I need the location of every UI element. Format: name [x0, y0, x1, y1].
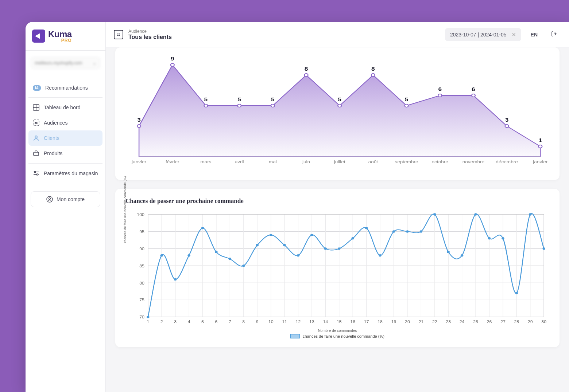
briefcase-icon	[33, 150, 39, 157]
x-axis-title: Nombre de commandes	[125, 329, 549, 333]
account-button-label: Mon compte	[57, 196, 85, 202]
breadcrumb: Audience Tous les clients	[128, 29, 172, 40]
svg-point-53	[538, 145, 542, 148]
svg-point-140	[270, 234, 272, 236]
grid-icon	[33, 104, 39, 111]
svg-point-147	[365, 227, 368, 229]
svg-point-148	[379, 254, 381, 256]
logout-button[interactable]	[547, 27, 561, 42]
content: 3janvier9février5mars5avril5mai8juin5jui…	[106, 47, 569, 392]
svg-point-159	[529, 213, 531, 215]
svg-text:janvier: janvier	[533, 160, 547, 164]
svg-point-15	[119, 33, 120, 34]
svg-point-150	[406, 230, 409, 232]
account-button[interactable]: Mon compte	[31, 191, 100, 207]
svg-point-44	[438, 94, 442, 97]
nav: IA Recommandations Tableau de bord Audie…	[26, 75, 105, 186]
svg-point-14	[117, 33, 119, 34]
sidebar-item-clients[interactable]: Clients	[28, 130, 102, 146]
svg-text:1: 1	[538, 138, 542, 143]
svg-text:9: 9	[256, 320, 259, 324]
svg-text:16: 16	[350, 320, 355, 324]
sidebar-item-recommendations[interactable]: IA Recommandations	[28, 81, 102, 95]
sidebar-item-label: Audiences	[44, 120, 67, 126]
svg-point-155	[474, 213, 477, 215]
logo-sub: PRO	[48, 38, 72, 43]
svg-point-143	[310, 234, 313, 236]
svg-point-4	[35, 122, 36, 123]
breadcrumb-value: Tous les clients	[128, 34, 172, 40]
date-range-picker[interactable]: 2023-10-07 | 2024-01-05 ✕	[445, 28, 521, 41]
svg-text:6: 6	[215, 320, 218, 324]
app-window: Kuma PRO meilleurs.myshopify.com ⌄ IA Re…	[26, 22, 569, 392]
audience-icon	[33, 119, 39, 126]
svg-text:24: 24	[460, 320, 465, 324]
svg-point-137	[229, 258, 231, 260]
svg-point-41	[405, 104, 409, 107]
svg-text:mai: mai	[269, 160, 277, 164]
sidebar-item-label: Produits	[44, 150, 62, 156]
date-range-value: 2023-10-07 | 2024-01-05	[450, 32, 507, 38]
svg-text:85: 85	[139, 264, 144, 268]
svg-text:2: 2	[160, 320, 163, 324]
svg-text:juillet: juillet	[334, 160, 346, 164]
svg-text:5: 5	[201, 320, 204, 324]
sidebar-item-products[interactable]: Produits	[28, 146, 102, 161]
svg-text:février: février	[166, 160, 179, 164]
svg-point-145	[338, 247, 340, 250]
svg-text:octobre: octobre	[432, 160, 448, 164]
svg-text:80: 80	[139, 281, 144, 285]
logo: Kuma PRO	[26, 22, 105, 51]
svg-text:22: 22	[432, 320, 437, 324]
svg-point-131	[147, 316, 149, 318]
svg-point-146	[351, 237, 354, 239]
sidebar-item-audiences[interactable]: Audiences	[28, 115, 102, 130]
svg-point-5	[36, 122, 37, 123]
svg-point-136	[215, 251, 217, 253]
store-selector[interactable]: meilleurs.myshopify.com ⌄	[31, 57, 100, 69]
svg-point-47	[472, 94, 475, 97]
chart-legend: chances de faire une nouvelle commande (…	[125, 334, 549, 338]
svg-point-13	[49, 198, 51, 200]
user-icon	[33, 135, 39, 141]
svg-text:6: 6	[472, 87, 475, 92]
svg-point-139	[256, 244, 259, 246]
svg-text:18: 18	[378, 320, 383, 324]
language-label: EN	[531, 32, 538, 38]
svg-text:6: 6	[438, 87, 442, 92]
svg-point-26	[237, 104, 241, 107]
svg-point-17	[137, 125, 141, 128]
chart-title: Chances de passer une prochaine commande	[125, 197, 549, 205]
logo-icon	[32, 30, 45, 43]
svg-point-35	[338, 104, 341, 107]
svg-text:70: 70	[139, 315, 144, 319]
svg-text:75: 75	[139, 298, 144, 302]
svg-text:4: 4	[188, 320, 190, 324]
svg-point-133	[174, 278, 177, 281]
audience-frame-icon	[114, 30, 123, 39]
topbar: Audience Tous les clients 2023-10-07 | 2…	[106, 22, 569, 47]
language-toggle[interactable]: EN	[526, 28, 542, 41]
svg-point-132	[160, 254, 163, 256]
svg-text:13: 13	[309, 320, 314, 324]
svg-text:5: 5	[204, 97, 208, 102]
svg-text:juin: juin	[302, 160, 310, 164]
sidebar-item-settings[interactable]: Paramètres du magasin	[28, 166, 102, 181]
ia-badge: IA	[33, 85, 41, 91]
svg-text:30: 30	[541, 320, 546, 324]
svg-text:septembre: septembre	[395, 160, 418, 164]
account-icon	[46, 196, 53, 203]
close-icon[interactable]: ✕	[512, 32, 516, 38]
svg-text:29: 29	[528, 320, 533, 324]
svg-point-144	[324, 247, 327, 250]
svg-text:11: 11	[282, 320, 287, 324]
svg-point-142	[297, 254, 299, 256]
svg-point-157	[502, 237, 504, 239]
sidebar-item-label: Recommandations	[45, 85, 88, 91]
svg-text:3: 3	[137, 117, 141, 123]
sidebar-item-label: Paramètres du magasin	[44, 170, 98, 176]
sidebar-item-dashboard[interactable]: Tableau de bord	[28, 100, 102, 115]
svg-point-23	[204, 104, 208, 107]
svg-text:12: 12	[296, 320, 301, 324]
svg-point-38	[371, 74, 375, 77]
